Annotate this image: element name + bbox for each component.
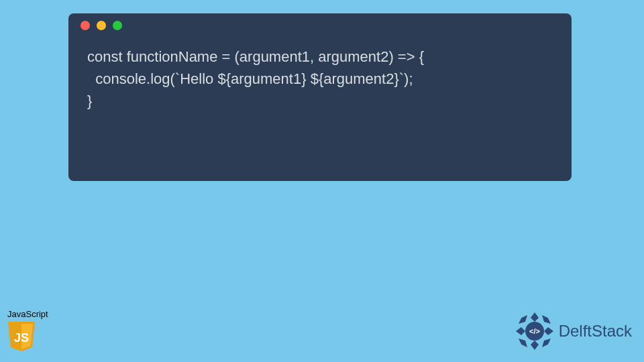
code-line-2: console.log(`Hello ${argument1} ${argume… <box>87 70 413 87</box>
minimize-dot-icon <box>97 21 106 30</box>
code-line-3: } <box>87 93 92 109</box>
javascript-label: JavaScript <box>7 309 48 319</box>
window-titlebar <box>68 13 572 38</box>
javascript-badge: JavaScript JS <box>7 309 48 353</box>
brand-name: DelftStack <box>559 322 632 341</box>
code-block: const functionName = (argument1, argumen… <box>68 38 572 125</box>
brand-badge: </> DelftStack <box>515 311 632 351</box>
close-dot-icon <box>80 21 90 30</box>
brand-mandala-icon: </> <box>515 311 555 351</box>
brand-symbol: </> <box>529 327 540 335</box>
js-logo-text: JS <box>14 331 29 345</box>
maximize-dot-icon <box>113 21 122 30</box>
javascript-shield-icon: JS <box>7 320 36 353</box>
code-window: const functionName = (argument1, argumen… <box>68 13 572 181</box>
code-line-1: const functionName = (argument1, argumen… <box>87 48 424 65</box>
